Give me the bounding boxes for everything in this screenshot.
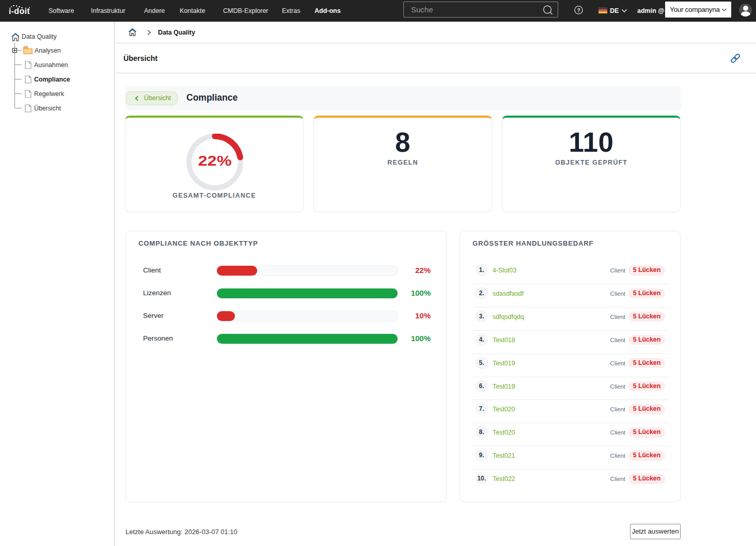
svg-text:?: ? [577,7,580,13]
svg-text:22%: 22% [198,153,232,168]
